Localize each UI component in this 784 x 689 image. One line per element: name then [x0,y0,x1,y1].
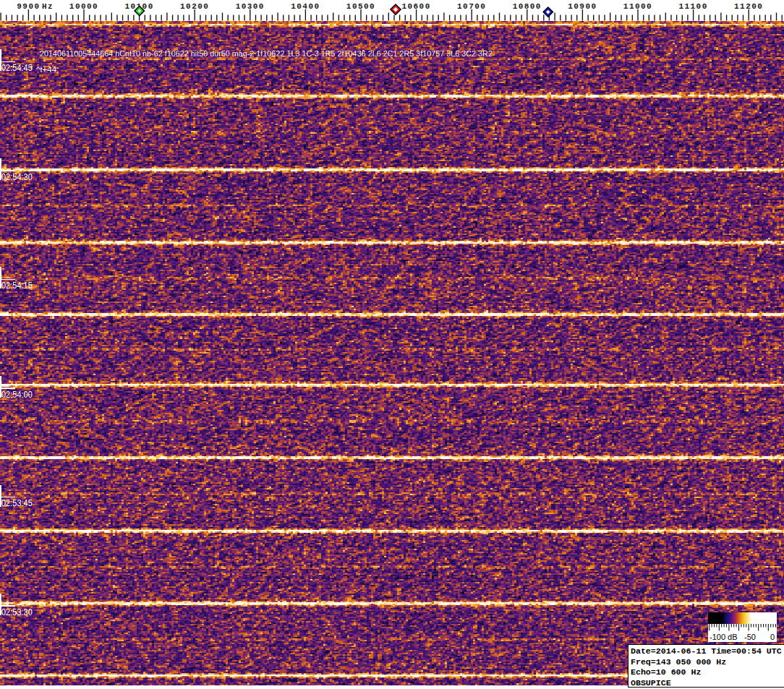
svg-text:10000: 10000 [69,2,98,11]
svg-text:9900: 9900 [17,2,40,11]
svg-text:11100: 11100 [678,2,707,11]
svg-text:10900: 10900 [568,2,597,11]
svg-text:10300: 10300 [236,2,265,11]
svg-text:10400: 10400 [291,2,320,11]
svg-text:10700: 10700 [457,2,486,11]
svg-text:Hz: Hz [42,2,54,11]
svg-text:10600: 10600 [401,2,430,11]
svg-text:11200: 11200 [734,2,763,11]
svg-text:11000: 11000 [623,2,652,11]
svg-text:10800: 10800 [513,2,542,11]
svg-text:10500: 10500 [346,2,375,11]
svg-text:10200: 10200 [180,2,209,11]
